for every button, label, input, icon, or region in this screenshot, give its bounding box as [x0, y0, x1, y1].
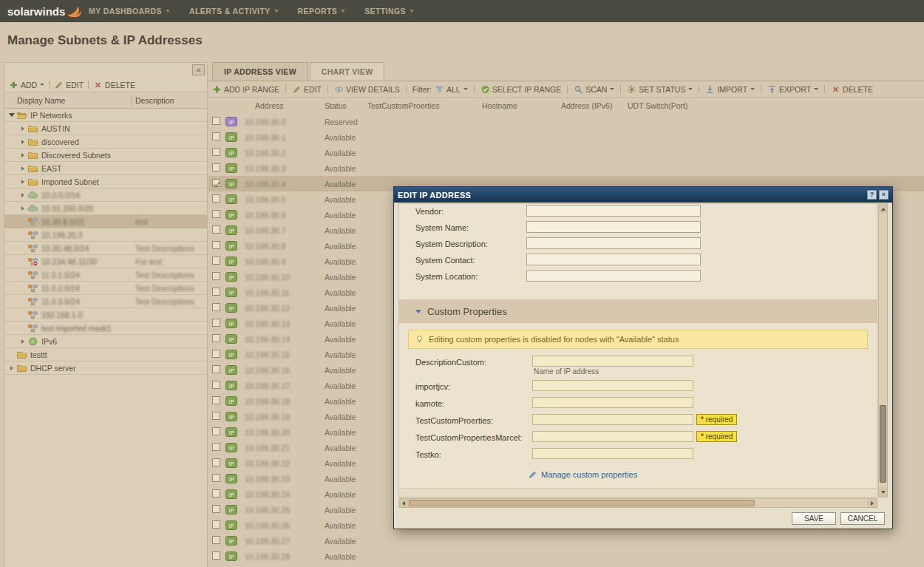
row-checkbox[interactable] — [212, 365, 220, 373]
tree-item[interactable]: test imported mask1 — [4, 322, 207, 335]
select-ip-range-button[interactable]: SELECT IP RANGE — [480, 85, 562, 94]
row-checkbox[interactable] — [212, 520, 220, 529]
tree-item[interactable]: AUSTIN — [4, 122, 207, 135]
column-udt-switch-port[interactable]: UDT Switch(Port) — [628, 101, 924, 110]
row-checkbox[interactable] — [212, 551, 220, 560]
expander-icon[interactable] — [7, 366, 16, 370]
row-checkbox[interactable] — [212, 536, 220, 544]
nav-reports[interactable]: REPORTS — [298, 7, 346, 16]
column-address-ipv6[interactable]: Address (IPv6) — [561, 101, 628, 110]
row-checkbox[interactable] — [212, 474, 220, 482]
scroll-up-arrow[interactable] — [879, 204, 887, 214]
tree-item[interactable]: 192.168.1.0 — [4, 308, 207, 322]
system-location-input[interactable] — [526, 270, 701, 282]
expander-icon[interactable] — [18, 166, 27, 171]
tree-item[interactable]: 10.30.48.0/24 Test Descriptions — [4, 242, 207, 255]
horizontal-scroll-thumb[interactable] — [409, 500, 755, 506]
row-checkbox[interactable] — [212, 458, 220, 466]
vendor-input[interactable] — [526, 205, 701, 217]
export-dropdown[interactable]: EXPORT — [767, 85, 818, 94]
row-checkbox[interactable] — [212, 163, 220, 172]
scroll-down-arrow[interactable] — [879, 487, 887, 497]
row-checkbox[interactable] — [212, 225, 220, 234]
sidebar-edit-button[interactable]: EDIT — [54, 81, 84, 89]
testko-input[interactable] — [532, 448, 693, 459]
custom-properties-section-header[interactable]: Custom Properties — [399, 299, 877, 323]
system-description-input[interactable] — [526, 237, 701, 249]
row-checkbox[interactable] — [212, 272, 220, 280]
column-testcustomproerties[interactable]: TestCustomProerties — [367, 101, 482, 110]
row-checkbox[interactable] — [212, 288, 220, 296]
tree-item[interactable]: 11.0.1.0/24 Test Descriptions — [4, 268, 207, 282]
table-row[interactable]: IP 10.199.30.28 Available — [208, 549, 924, 564]
importjcv-input[interactable] — [532, 380, 693, 391]
tree-item[interactable]: 10.91.200.0/20 — [4, 202, 207, 215]
column-status[interactable]: Status — [325, 101, 367, 110]
solarwinds-logo[interactable]: solarwinds — [7, 5, 83, 18]
row-checkbox[interactable] — [212, 350, 220, 358]
tree-item[interactable]: Imported Subnet — [4, 175, 207, 189]
import-dropdown[interactable]: IMPORT — [705, 85, 755, 94]
row-checkbox[interactable] — [212, 303, 220, 311]
filter-dropdown[interactable]: ALL — [435, 85, 468, 94]
row-checkbox[interactable] — [212, 412, 220, 420]
expander-icon[interactable] — [18, 339, 27, 344]
row-checkbox[interactable] — [212, 241, 220, 249]
expander-icon[interactable] — [7, 113, 16, 117]
edit-button[interactable]: EDIT — [292, 85, 322, 94]
row-checkbox[interactable] — [212, 334, 220, 342]
set-status-dropdown[interactable]: SET STATUS — [627, 85, 693, 94]
display-name-column-header[interactable]: Display Name — [17, 96, 65, 105]
row-checkbox[interactable] — [212, 148, 220, 156]
tree-item[interactable]: testtt — [4, 348, 207, 361]
column-address[interactable]: Address — [243, 101, 325, 110]
modal-horizontal-scrollbar[interactable] — [398, 498, 877, 508]
expander-icon[interactable] — [18, 126, 27, 131]
scroll-right-arrow[interactable] — [867, 499, 877, 507]
tree-item[interactable]: IPv6 — [4, 335, 207, 348]
row-checkbox[interactable] — [212, 427, 220, 435]
dialog-header[interactable]: EDIT IP ADDRESS ? × — [394, 187, 892, 203]
description-column-header[interactable]: Description — [135, 96, 174, 105]
kamote-input[interactable] — [532, 397, 693, 408]
tree-item[interactable]: 11.0.3.0/24 Test Descriptions — [4, 295, 207, 308]
expander-icon[interactable] — [18, 193, 27, 197]
row-checkbox[interactable] — [212, 210, 220, 218]
row-checkbox[interactable] — [212, 396, 220, 404]
system-name-input[interactable] — [526, 221, 701, 233]
column-hostname[interactable]: Hostname — [482, 101, 561, 110]
row-checkbox[interactable] — [212, 319, 220, 327]
table-row[interactable]: IP 10.199.30.27 Available — [208, 533, 924, 549]
save-button[interactable]: SAVE — [792, 512, 836, 525]
tab-chart-view[interactable]: CHART VIEW — [310, 62, 385, 81]
tree-item[interactable]: 10.199.20.3 — [4, 228, 207, 242]
row-checkbox[interactable] — [212, 179, 220, 187]
nav-my-dashboards[interactable]: MY DASHBOARDS — [89, 7, 170, 16]
tree-item[interactable]: IP Networks — [4, 109, 207, 122]
tree-item[interactable]: DHCP server — [4, 361, 207, 375]
row-checkbox[interactable] — [212, 443, 220, 451]
nav-settings[interactable]: SETTINGS — [364, 7, 414, 16]
tab-ip-address-view[interactable]: IP ADDRESS VIEW — [212, 62, 308, 81]
expander-icon[interactable] — [18, 180, 27, 184]
scan-dropdown[interactable]: SCAN — [574, 85, 614, 94]
tree-item[interactable]: Discovered Subnets — [4, 149, 207, 162]
row-checkbox[interactable] — [212, 194, 220, 203]
description-custom-input[interactable] — [532, 356, 693, 367]
expander-icon[interactable] — [18, 153, 27, 157]
table-row[interactable]: IP 10.199.30.2 Available — [208, 145, 924, 160]
sidebar-add-button[interactable]: ADD — [9, 81, 44, 89]
manage-custom-properties-link[interactable]: Manage custom properties — [528, 470, 877, 479]
tree-item[interactable]: 10.30.8.0/21 test — [4, 215, 207, 228]
delete-button[interactable]: DELETE — [831, 85, 873, 94]
testcustompropertiesmarcel-input[interactable] — [532, 431, 693, 442]
view-details-button[interactable]: VIEW DETAILS — [334, 85, 400, 94]
table-row[interactable]: IP 10.199.30.3 Available — [208, 160, 924, 176]
table-row[interactable]: IP 10.199.30.0 Reserved — [208, 114, 924, 129]
sidebar-delete-button[interactable]: DELETE — [93, 81, 135, 89]
cancel-button[interactable]: CANCEL — [840, 512, 885, 525]
row-checkbox[interactable] — [212, 117, 220, 125]
tree-item[interactable]: EAST — [4, 162, 207, 175]
testcustomproerties-input[interactable] — [532, 414, 693, 425]
system-contact-input[interactable] — [526, 254, 701, 265]
